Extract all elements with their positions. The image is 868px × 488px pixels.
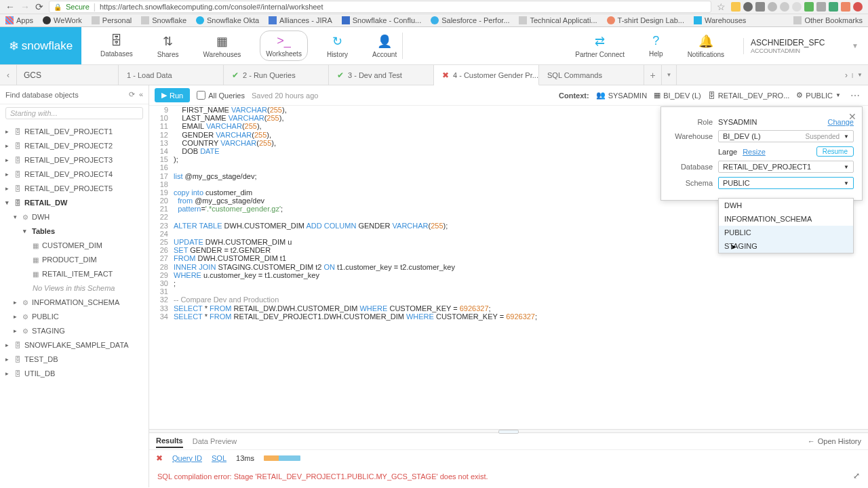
collapse-icon[interactable]: « (139, 90, 143, 99)
bookmark-item[interactable]: Snowflake Okta (196, 16, 259, 24)
nav-history[interactable]: ↻History (321, 31, 353, 61)
close-icon[interactable]: ✕ (848, 111, 856, 122)
db-node[interactable]: ▸🗄RETAIL_DEV_PROJECT3 (0, 153, 149, 167)
db-node[interactable]: ▸🗄TEST_DB (0, 352, 149, 367)
db-node[interactable]: ▸🗄RETAIL_DEV_PROJECT5 (0, 182, 149, 196)
find-label: Find database objects (5, 91, 79, 99)
schema-option[interactable]: PUBLIC (719, 226, 853, 239)
worksheet-tab[interactable]: ✔3 - Dev and Test (329, 65, 434, 85)
tabs-db-label[interactable]: GCS (17, 65, 119, 85)
all-queries-checkbox[interactable]: All Queries (197, 91, 245, 100)
context-warehouse[interactable]: ▦BI_DEV (L) (654, 91, 701, 100)
sql-link[interactable]: SQL (212, 454, 226, 462)
tabs-scroll-right[interactable]: › (845, 70, 848, 80)
worksheet-tabs: ‹ GCS 1 - Load Data ✔2 - Run Queries ✔3 … (0, 65, 868, 85)
worksheet-tab[interactable]: ✔2 - Run Queries (224, 65, 329, 85)
tab-data-preview[interactable]: Data Preview (193, 435, 237, 447)
bookmark-item[interactable]: Technical Applicati... (519, 16, 597, 24)
nav-warehouses[interactable]: ▦Warehouses (198, 31, 247, 61)
db-node-active[interactable]: ▾🗄RETAIL_DW (0, 196, 149, 210)
refresh-icon[interactable]: ⟳ (129, 90, 135, 99)
open-history-button[interactable]: ←Open History (808, 437, 861, 445)
context-role[interactable]: 👥SYSADMIN (596, 91, 647, 100)
chevron-down-icon: ▼ (844, 164, 849, 170)
snowflake-logo[interactable]: ❄snowflake (0, 27, 81, 64)
bookmark-item[interactable]: WeWork (43, 16, 82, 24)
context-database[interactable]: 🗄RETAIL_DEV_PRO... (708, 92, 790, 100)
table-node[interactable]: ▦RETAIL_ITEM_FACT (0, 267, 149, 281)
bookmark-item[interactable]: Snowflake (141, 16, 186, 24)
nav-account[interactable]: 👤Account (367, 31, 402, 61)
schema-option[interactable]: STAGING (719, 239, 853, 253)
database-icon: 🗄 (14, 340, 21, 351)
bookmark-item[interactable]: Alliances - JIRA (269, 16, 332, 24)
worksheet-tab[interactable]: 1 - Load Data (119, 65, 224, 85)
worksheet-tab[interactable]: ✖4 - Customer Gender Pr... (434, 65, 539, 85)
secure-label: Secure (66, 3, 90, 11)
db-node[interactable]: ▸🗄RETAIL_DEV_PROJECT2 (0, 139, 149, 153)
database-sidebar: Find database objects ⟳« Starting with..… (0, 85, 149, 487)
lock-icon: 🔒 (54, 3, 62, 11)
schema-node[interactable]: ▸⚙PUBLIC (0, 310, 149, 324)
schema-option[interactable]: DWH (719, 199, 853, 212)
warehouse-icon: ▦ (216, 34, 228, 49)
database-select[interactable]: RETAIL_DEV_PROJECT1▼ (718, 161, 854, 173)
star-icon[interactable]: ☆ (717, 1, 726, 12)
schema-node[interactable]: ▸⚙STAGING (0, 324, 149, 338)
bookmarks-bar: Apps WeWork Personal Snowflake Snowflake… (0, 14, 868, 27)
bell-icon: 🔔 (698, 34, 713, 49)
tab-results[interactable]: Results (156, 434, 183, 448)
schema-node[interactable]: ▸⚙INFORMATION_SCHEMA (0, 296, 149, 310)
other-bookmarks[interactable]: Other Bookmarks (793, 16, 863, 24)
tabs-back-button[interactable]: ‹ (0, 65, 17, 85)
context-panel: ✕ RoleSYSADMINChange Warehouse BI_DEV (L… (660, 106, 863, 201)
browser-reload-icon[interactable]: ⟳ (35, 1, 43, 12)
db-node[interactable]: ▸🗄RETAIL_DEV_PROJECT4 (0, 167, 149, 182)
warehouse-icon: ▦ (654, 91, 660, 100)
table-node[interactable]: ▦CUSTOMER_DIM (0, 239, 149, 253)
schema-option[interactable]: INFORMATION_SCHEMA (719, 212, 853, 226)
resume-button[interactable]: Resume (816, 146, 854, 157)
warehouse-select[interactable]: BI_DEV (L)Suspended▼ (718, 130, 854, 142)
splitter[interactable] (149, 429, 868, 433)
expand-icon[interactable]: ⤢ (853, 471, 860, 481)
search-input[interactable]: Starting with... (5, 107, 143, 119)
bookmark-item[interactable]: T-shirt Design Lab... (607, 16, 684, 24)
schema-select[interactable]: PUBLIC▼ (718, 177, 854, 189)
nav-databases[interactable]: 🗄Databases (95, 31, 138, 60)
bookmark-item[interactable]: Personal (92, 16, 132, 24)
db-node[interactable]: ▸🗄RETAIL_DEV_PROJECT1 (0, 125, 149, 139)
query-id-link[interactable]: Query ID (172, 454, 202, 462)
user-role: ACCOUNTADMIN (751, 47, 800, 54)
add-tab-button[interactable]: + (644, 65, 662, 85)
context-label: Context: (559, 92, 589, 100)
schema-node[interactable]: ▾⚙DWH (0, 210, 149, 224)
bookmark-item[interactable]: Snowflake - Conflu... (342, 16, 422, 24)
table-node[interactable]: ▦PRODUCT_DIM (0, 253, 149, 267)
tables-group[interactable]: ▾Tables (0, 224, 149, 239)
url-bar[interactable]: 🔒 Secure | https://artech.snowflakecompu… (49, 1, 711, 13)
tabs-menu[interactable]: ▼ (857, 72, 863, 78)
browser-back-icon[interactable]: ← (5, 1, 15, 12)
nav-notifications[interactable]: 🔔Notifications (682, 31, 730, 61)
nav-shares[interactable]: ⇅Shares (152, 31, 184, 61)
bookmark-item[interactable]: Warehouses (694, 16, 746, 24)
db-node[interactable]: ▸🗄SNOWFLAKE_SAMPLE_DATA (0, 338, 149, 352)
bookmark-item[interactable]: Salesforce - Perfor... (431, 16, 509, 24)
user-menu[interactable]: ASCHNEIDER_SFC ACCOUNTADMIN (743, 38, 838, 54)
more-button[interactable]: ⋯ (848, 90, 863, 101)
bookmark-apps[interactable]: Apps (5, 16, 33, 24)
query-status-row: ✖ Query ID SQL 13ms (149, 449, 868, 466)
nav-worksheets[interactable]: >_Worksheets (260, 30, 308, 61)
nav-help[interactable]: ?Help (644, 31, 669, 60)
database-tree: ▸🗄RETAIL_DEV_PROJECT1 ▸🗄RETAIL_DEV_PROJE… (0, 122, 149, 384)
run-button[interactable]: ▶Run (155, 88, 190, 102)
tab-dropdown-button[interactable]: ▼ (662, 65, 677, 85)
nav-partner-connect[interactable]: ⇄Partner Connect (570, 31, 630, 61)
worksheet-tab[interactable]: SQL Commands (539, 65, 644, 85)
resize-link[interactable]: Resize (743, 148, 766, 156)
db-node[interactable]: ▸🗄UTIL_DB (0, 367, 149, 381)
context-schema[interactable]: ⚙PUBLIC▼ (796, 91, 841, 100)
chevron-down-icon[interactable]: ▼ (852, 42, 859, 49)
schema-icon: ⚙ (22, 297, 28, 308)
